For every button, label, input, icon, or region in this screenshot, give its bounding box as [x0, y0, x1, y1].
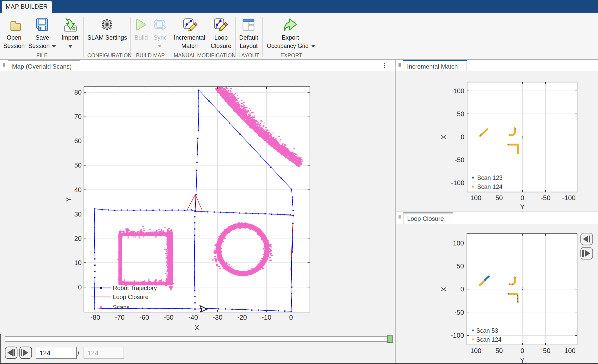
svg-text:10: 10: [74, 259, 82, 266]
svg-text:Scan 124: Scan 124: [476, 336, 502, 343]
svg-text:100: 100: [453, 87, 464, 95]
svg-text:0: 0: [289, 314, 293, 321]
svg-text:-70: -70: [115, 314, 125, 321]
svg-text:-60: -60: [139, 314, 149, 321]
svg-text:Scans: Scans: [113, 304, 130, 311]
svg-text:-50: -50: [541, 347, 550, 354]
svg-text:-100: -100: [451, 179, 464, 186]
svg-text:-100: -100: [562, 347, 575, 354]
svg-text:20: 20: [74, 235, 82, 242]
svg-text:124: 124: [87, 349, 98, 357]
svg-text:100: 100: [470, 194, 481, 201]
svg-text:124: 124: [39, 349, 50, 357]
svg-text:50: 50: [457, 262, 464, 270]
svg-text:60: 60: [74, 137, 82, 145]
svg-text:/: /: [77, 349, 80, 358]
svg-text:Y: Y: [65, 197, 72, 201]
svg-text:-50: -50: [164, 314, 174, 321]
svg-text:0: 0: [460, 285, 464, 293]
svg-text:Y: Y: [520, 203, 524, 210]
svg-text:50: 50: [74, 162, 82, 169]
svg-text:Scan 53: Scan 53: [476, 327, 498, 334]
svg-text:Robot Trajectory: Robot Trajectory: [113, 285, 157, 291]
svg-text:-50: -50: [454, 309, 464, 316]
svg-text:100: 100: [470, 347, 481, 354]
svg-text:-100: -100: [562, 194, 575, 201]
svg-text:100: 100: [453, 239, 464, 247]
svg-text:-10: -10: [262, 314, 271, 321]
svg-text:80: 80: [74, 89, 82, 96]
svg-text:0: 0: [461, 133, 464, 141]
svg-text:70: 70: [74, 113, 82, 120]
svg-text:-80: -80: [90, 314, 100, 321]
svg-text:40: 40: [74, 186, 82, 193]
svg-text:Scan 124: Scan 124: [477, 183, 503, 190]
svg-text:0: 0: [520, 347, 524, 354]
svg-text:-50: -50: [455, 156, 464, 164]
svg-text:Scan 123: Scan 123: [477, 175, 503, 181]
svg-text:-40: -40: [188, 314, 198, 321]
svg-text:X: X: [440, 287, 447, 291]
svg-text:X: X: [440, 135, 447, 139]
svg-text:0: 0: [520, 194, 524, 201]
svg-text:-20: -20: [237, 314, 247, 321]
svg-text:0: 0: [78, 283, 82, 291]
svg-text:-100: -100: [451, 332, 464, 339]
svg-text:50: 50: [457, 110, 464, 118]
svg-text:-30: -30: [213, 314, 222, 321]
svg-text:30: 30: [74, 210, 82, 218]
svg-text:-50: -50: [541, 194, 550, 201]
svg-text:Loop Closure: Loop Closure: [113, 294, 149, 300]
svg-text:50: 50: [495, 347, 503, 354]
svg-text:50: 50: [495, 194, 503, 201]
